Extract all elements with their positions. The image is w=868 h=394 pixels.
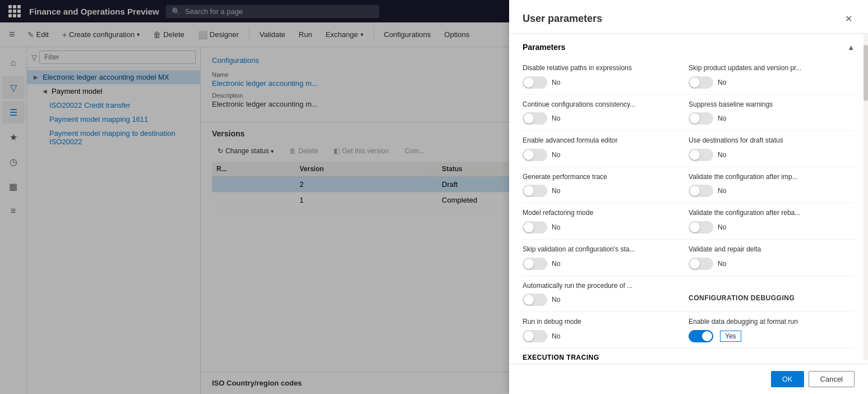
param-validate-after-rebase: Validate the configuration after reba...… — [689, 203, 855, 240]
param-control: No — [523, 221, 689, 233]
execution-tracing-label: EXECUTION TRACING — [523, 354, 599, 361]
param-auto-run-procedure: Automatically run the procedure of ... N… — [523, 276, 689, 313]
param-label: Validate the configuration after reba... — [689, 209, 855, 218]
param-control: Yes — [689, 330, 855, 342]
param-label: Run in debug mode — [523, 318, 689, 327]
param-control: No — [523, 112, 689, 125]
params-section-header: Parameters ▲ — [523, 43, 855, 52]
toggle-skip-validation[interactable] — [523, 258, 547, 270]
config-debugging-label: CONFIGURATION DEBUGGING — [689, 294, 855, 303]
param-skip-validation: Skip validation at configuration's sta..… — [523, 240, 689, 276]
scrollbar-thumb[interactable] — [864, 45, 868, 101]
toggle-value: No — [552, 223, 560, 231]
param-control: No — [689, 258, 855, 270]
param-control: No — [523, 330, 689, 342]
param-enable-advanced-formula: Enable advanced formula editor No — [523, 131, 689, 167]
toggle-model-refactoring[interactable] — [523, 221, 547, 233]
param-skip-product-updates: Skip product updates and version pr... N… — [689, 58, 855, 95]
param-label: Skip validation at configuration's sta..… — [523, 245, 689, 254]
user-parameters-panel: User parameters ✕ Parameters ▲ Disable r… — [509, 0, 868, 394]
toggle-value: No — [552, 114, 560, 122]
toggle-enable-formula[interactable] — [523, 149, 547, 161]
param-control: No — [689, 76, 855, 89]
param-validate-repair-delta: Validate and repair delta No — [689, 240, 855, 276]
param-control: No — [689, 149, 855, 161]
toggle-value: No — [552, 296, 560, 304]
toggle-enable-data-debug[interactable] — [689, 330, 713, 342]
toggle-value: No — [718, 260, 726, 268]
param-disable-relative-paths: Disable relative paths in expressions No — [523, 58, 689, 95]
param-label: Suppress baseline warnings — [689, 100, 855, 109]
toggle-value: No — [718, 79, 726, 86]
panel-title: User parameters — [523, 13, 602, 25]
toggle-disable-relative[interactable] — [523, 76, 547, 89]
toggle-value: No — [718, 223, 726, 231]
ok-button[interactable]: OK — [771, 371, 804, 387]
param-control: No — [689, 221, 855, 233]
toggle-value: No — [552, 187, 560, 195]
toggle-gen-perf[interactable] — [523, 185, 547, 197]
param-label: Enable data debugging at format run — [689, 318, 855, 327]
param-control: No — [523, 76, 689, 89]
panel-body: Parameters ▲ Disable relative paths in e… — [509, 34, 868, 364]
toggle-suppress-baseline[interactable] — [689, 112, 713, 125]
panel-header: User parameters ✕ — [509, 0, 868, 34]
toggle-skip-product[interactable] — [689, 76, 713, 89]
param-label: Use destinations for draft status — [689, 136, 855, 145]
toggle-continue-consistency[interactable] — [523, 112, 547, 125]
param-label: Skip product updates and version pr... — [689, 64, 855, 73]
toggle-value: No — [552, 332, 560, 340]
panel-close-button[interactable]: ✕ — [843, 11, 855, 26]
toggle-value: No — [552, 260, 560, 268]
param-use-destinations-draft: Use destinations for draft status No — [689, 131, 855, 167]
toggle-use-destinations[interactable] — [689, 149, 713, 161]
param-label: Automatically run the procedure of ... — [523, 282, 689, 291]
param-continue-consistency: Continue configurations consistency... N… — [523, 95, 689, 131]
toggle-value: No — [718, 114, 726, 122]
cancel-button[interactable]: Cancel — [809, 371, 855, 387]
collapse-icon[interactable]: ▲ — [847, 43, 855, 52]
toggle-run-debug[interactable] — [523, 330, 547, 342]
param-config-debugging-section: CONFIGURATION DEBUGGING — [689, 276, 855, 313]
param-control: No — [523, 258, 689, 270]
execution-tracing-row: EXECUTION TRACING — [523, 349, 855, 364]
param-validate-after-import: Validate the configuration after imp... … — [689, 167, 855, 204]
toggle-value: No — [552, 79, 560, 86]
param-enable-data-debugging: Enable data debugging at format run Yes — [689, 312, 855, 349]
param-control: No — [689, 112, 855, 125]
toggle-value: No — [718, 151, 726, 159]
param-control: No — [689, 185, 855, 197]
param-label: Model refactoring mode — [523, 209, 689, 218]
toggle-validate-repair[interactable] — [689, 258, 713, 270]
param-label: Continue configurations consistency... — [523, 100, 689, 109]
debug-value: Yes — [720, 331, 741, 342]
toggle-auto-run[interactable] — [523, 294, 547, 306]
param-generate-perf-trace: Generate performance trace No — [523, 167, 689, 204]
params-section-title: Parameters — [523, 43, 565, 52]
param-label: Validate the configuration after imp... — [689, 173, 855, 182]
toggle-value: No — [552, 151, 560, 159]
param-label: Disable relative paths in expressions — [523, 64, 689, 73]
param-label: Generate performance trace — [523, 173, 689, 182]
param-control: No — [523, 149, 689, 161]
param-label: Validate and repair delta — [689, 245, 855, 254]
param-control: No — [523, 185, 689, 197]
toggle-value: No — [718, 187, 726, 195]
params-grid: Disable relative paths in expressions No… — [523, 58, 855, 364]
param-label: Enable advanced formula editor — [523, 136, 689, 145]
param-control: No — [523, 294, 689, 306]
param-run-debug-mode: Run in debug mode No — [523, 312, 689, 349]
toggle-validate-import[interactable] — [689, 185, 713, 197]
param-model-refactoring: Model refactoring mode No — [523, 203, 689, 240]
panel-footer: OK Cancel — [509, 364, 868, 394]
toggle-validate-rebase[interactable] — [689, 221, 713, 233]
scrollbar-track[interactable] — [864, 34, 868, 360]
param-suppress-baseline: Suppress baseline warnings No — [689, 95, 855, 131]
